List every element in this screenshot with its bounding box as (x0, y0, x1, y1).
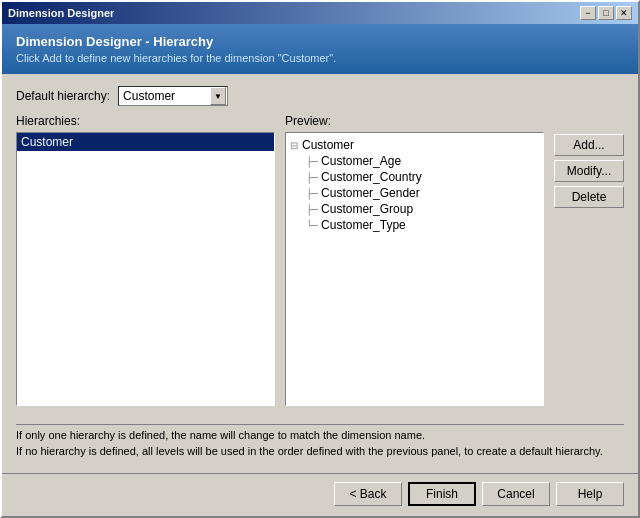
tree-line-icon-1: ├─ (306, 172, 318, 183)
content-area: Default hierarchy: Customer ▼ Hierarchie… (2, 74, 638, 473)
tree-child-label-3: Customer_Group (321, 202, 413, 216)
tree-child-label-2: Customer_Gender (321, 186, 420, 200)
list-item[interactable]: Customer (17, 133, 274, 151)
maximize-button[interactable]: □ (598, 6, 614, 20)
preview-tree: ⊟ Customer ├─ Customer_Age ├─ Customer_C… (285, 132, 544, 406)
title-bar: Dimension Designer − □ ✕ (2, 2, 638, 24)
tree-expand-icon: ⊟ (290, 140, 298, 151)
help-button[interactable]: Help (556, 482, 624, 506)
default-hierarchy-dropdown-wrapper: Customer ▼ (118, 86, 228, 106)
tree-child-label-4: Customer_Type (321, 218, 406, 232)
panels-row: Hierarchies: Customer Preview: ⊟ Custome… (16, 114, 624, 406)
window-title: Dimension Designer (8, 7, 114, 19)
tree-root-label: Customer (302, 138, 354, 152)
tree-line-icon-0: ├─ (306, 156, 318, 167)
hierarchies-panel: Hierarchies: Customer (16, 114, 275, 406)
tree-children: ├─ Customer_Age ├─ Customer_Country ├─ C… (306, 153, 539, 233)
minimize-button[interactable]: − (580, 6, 596, 20)
info-divider (16, 424, 624, 425)
tree-child-item-4: └─ Customer_Type (306, 217, 539, 233)
close-button[interactable]: ✕ (616, 6, 632, 20)
preview-label: Preview: (285, 114, 544, 128)
default-hierarchy-label: Default hierarchy: (16, 89, 110, 103)
delete-button[interactable]: Delete (554, 186, 624, 208)
hierarchies-label: Hierarchies: (16, 114, 275, 128)
tree-line-icon-3: ├─ (306, 204, 318, 215)
modify-button[interactable]: Modify... (554, 160, 624, 182)
info-line-2: If no hierarchy is defined, all levels w… (16, 445, 624, 457)
back-button[interactable]: < Back (334, 482, 402, 506)
tree-child-item-1: ├─ Customer_Country (306, 169, 539, 185)
header-title: Dimension Designer - Hierarchy (16, 34, 624, 49)
info-area: If only one hierarchy is defined, the na… (16, 418, 624, 461)
cancel-button[interactable]: Cancel (482, 482, 550, 506)
action-buttons: Add... Modify... Delete (554, 114, 624, 406)
header-area: Dimension Designer - Hierarchy Click Add… (2, 24, 638, 74)
tree-child-label-0: Customer_Age (321, 154, 401, 168)
finish-button[interactable]: Finish (408, 482, 476, 506)
preview-panel: Preview: ⊟ Customer ├─ Customer_Age ├─ (285, 114, 544, 406)
title-bar-buttons: − □ ✕ (580, 6, 632, 20)
tree-child-label-1: Customer_Country (321, 170, 422, 184)
tree-child-item-0: ├─ Customer_Age (306, 153, 539, 169)
tree-child-item-2: ├─ Customer_Gender (306, 185, 539, 201)
window: Dimension Designer − □ ✕ Dimension Desig… (0, 0, 640, 518)
tree-line-icon-4: └─ (306, 220, 318, 231)
default-hierarchy-row: Default hierarchy: Customer ▼ (16, 86, 624, 106)
header-subtitle: Click Add to define new hierarchies for … (16, 52, 624, 64)
tree-root-node: ⊟ Customer (290, 137, 539, 153)
info-line-1: If only one hierarchy is defined, the na… (16, 429, 624, 441)
tree-child-item-3: ├─ Customer_Group (306, 201, 539, 217)
footer: < Back Finish Cancel Help (2, 473, 638, 516)
tree-line-icon-2: ├─ (306, 188, 318, 199)
default-hierarchy-select[interactable]: Customer (118, 86, 228, 106)
add-button[interactable]: Add... (554, 134, 624, 156)
hierarchies-list[interactable]: Customer (16, 132, 275, 406)
